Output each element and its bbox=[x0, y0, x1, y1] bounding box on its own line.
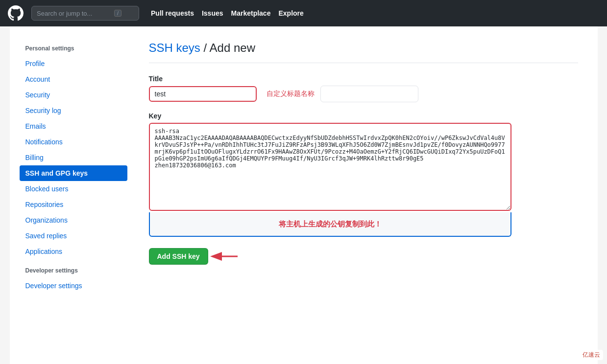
main-container: Personal settings Profile Account Securi… bbox=[10, 26, 598, 364]
sidebar-item-account[interactable]: Account bbox=[20, 71, 127, 87]
key-form-group: Key ssh-rsa AAAAB3NzaC1yc2EAAAADAQABAAAA… bbox=[149, 112, 578, 237]
sidebar-nav: Profile Account Security Security log Em… bbox=[20, 56, 127, 259]
sidebar-link-billing[interactable]: Billing bbox=[20, 150, 127, 165]
sidebar-item-developer-settings[interactable]: Developer settings bbox=[20, 278, 127, 294]
sidebar-item-profile[interactable]: Profile bbox=[20, 56, 127, 71]
sidebar-item-organizations[interactable]: Organizations bbox=[20, 212, 127, 228]
nav-explore[interactable]: Explore bbox=[278, 9, 303, 17]
sidebar-link-profile[interactable]: Profile bbox=[20, 56, 127, 71]
search-input[interactable] bbox=[37, 10, 110, 17]
sidebar-link-notifications[interactable]: Notifications bbox=[20, 134, 127, 150]
sidebar-item-billing[interactable]: Billing bbox=[20, 150, 127, 165]
sidebar-link-emails[interactable]: Emails bbox=[20, 118, 127, 134]
sidebar-link-security-log[interactable]: Security log bbox=[20, 103, 127, 118]
add-ssh-key-button[interactable]: Add SSH key bbox=[149, 248, 208, 265]
sidebar-link-developer-settings[interactable]: Developer settings bbox=[20, 278, 127, 294]
sidebar-section-title: Personal settings bbox=[20, 41, 127, 56]
title-form-group: Title 自定义标题名称 bbox=[149, 75, 578, 102]
title-input[interactable] bbox=[149, 86, 257, 102]
page-header: SSH keys / Add new bbox=[149, 41, 578, 63]
nav-links: Pull requests Issues Marketplace Explore bbox=[151, 9, 304, 17]
sidebar-link-account[interactable]: Account bbox=[20, 71, 127, 87]
sidebar-section2-title: Developer settings bbox=[20, 259, 127, 278]
sidebar-nav-dev: Developer settings bbox=[20, 278, 127, 294]
sidebar-item-ssh-gpg[interactable]: SSH and GPG keys bbox=[20, 165, 127, 181]
breadcrumb-link[interactable]: SSH keys bbox=[149, 41, 200, 54]
nav-issues[interactable]: Issues bbox=[202, 9, 223, 17]
breadcrumb-separator: / bbox=[200, 41, 210, 54]
key-annotation: 将主机上生成的公钥复制到此！ bbox=[279, 220, 382, 229]
arrow-icon bbox=[208, 247, 267, 266]
sidebar-item-blocked-users[interactable]: Blocked users bbox=[20, 181, 127, 197]
navbar: / Pull requests Issues Marketplace Explo… bbox=[0, 0, 607, 26]
watermark: 亿速云 bbox=[580, 350, 603, 360]
sidebar-link-applications[interactable]: Applications bbox=[20, 244, 127, 259]
title-annotation: 自定义标题名称 bbox=[267, 90, 315, 98]
title-input-row: 自定义标题名称 bbox=[149, 86, 578, 102]
key-label: Key bbox=[149, 112, 578, 120]
add-ssh-key-row: Add SSH key bbox=[149, 247, 578, 266]
sidebar-link-organizations[interactable]: Organizations bbox=[20, 212, 127, 228]
sidebar-item-saved-replies[interactable]: Saved replies bbox=[20, 228, 127, 244]
sidebar-item-emails[interactable]: Emails bbox=[20, 118, 127, 134]
sidebar-link-saved-replies[interactable]: Saved replies bbox=[20, 228, 127, 244]
title-input-wrapper bbox=[149, 86, 257, 102]
sidebar-link-ssh-gpg[interactable]: SSH and GPG keys bbox=[20, 165, 127, 181]
nav-marketplace[interactable]: Marketplace bbox=[231, 9, 271, 17]
main-content: SSH keys / Add new Title 自定义标题名称 Key ssh… bbox=[139, 41, 588, 349]
breadcrumb-current: Add new bbox=[210, 41, 255, 54]
github-logo-icon[interactable] bbox=[8, 5, 24, 21]
key-annotation-area: 将主机上生成的公钥复制到此！ bbox=[149, 212, 511, 237]
sidebar-link-repositories[interactable]: Repositories bbox=[20, 197, 127, 212]
sidebar-link-blocked-users[interactable]: Blocked users bbox=[20, 181, 127, 197]
slash-badge: / bbox=[114, 10, 121, 17]
sidebar-item-notifications[interactable]: Notifications bbox=[20, 134, 127, 150]
page-title: SSH keys / Add new bbox=[149, 41, 578, 55]
title-input-extension bbox=[320, 86, 418, 102]
sidebar-item-security[interactable]: Security bbox=[20, 87, 127, 103]
title-label: Title bbox=[149, 75, 578, 83]
sidebar-item-applications[interactable]: Applications bbox=[20, 244, 127, 259]
sidebar-item-repositories[interactable]: Repositories bbox=[20, 197, 127, 212]
sidebar-item-security-log[interactable]: Security log bbox=[20, 103, 127, 118]
key-textarea[interactable]: ssh-rsa AAAAB3NzaC1yc2EAAAADAQABAAAABAQD… bbox=[149, 123, 511, 211]
sidebar: Personal settings Profile Account Securi… bbox=[20, 41, 127, 349]
key-textarea-wrapper: ssh-rsa AAAAB3NzaC1yc2EAAAADAQABAAAABAQD… bbox=[149, 123, 511, 237]
search-bar[interactable]: / bbox=[31, 6, 139, 21]
nav-pull-requests[interactable]: Pull requests bbox=[151, 9, 194, 17]
sidebar-link-security[interactable]: Security bbox=[20, 87, 127, 103]
